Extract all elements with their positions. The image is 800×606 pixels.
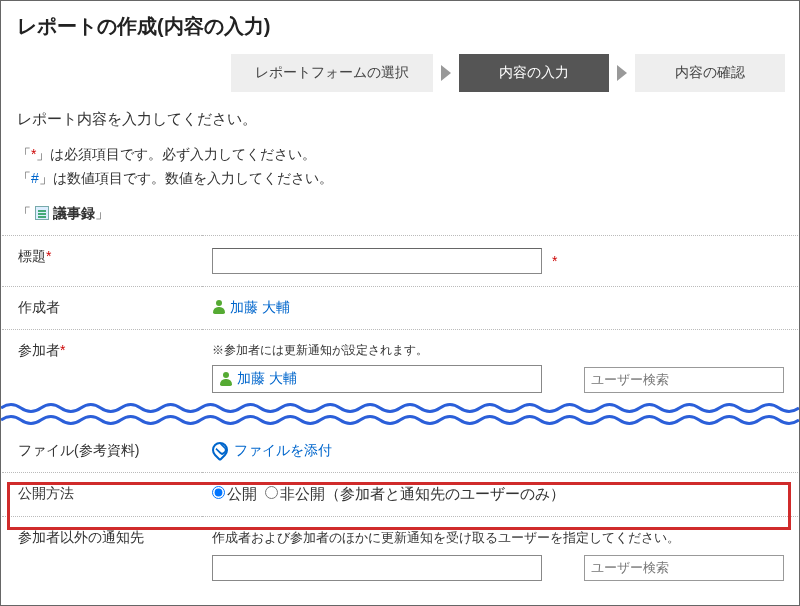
notify-targets-box[interactable] [212,555,542,581]
form-table-2: ファイル(参考資料) ファイルを添付 公開方法 公開 非公開（参加者と通知先のユ… [2,429,798,593]
publish-public-option[interactable]: 公開 [212,485,257,502]
label-file: ファイル(参考資料) [2,429,202,472]
chevron-right-icon [617,65,627,81]
form-type-row: 「議事録」 [1,191,799,227]
numeric-hint: 「#」は数値項目です。数値を入力してください。 [17,167,783,191]
step-select-form[interactable]: レポートフォームの選択 [231,54,433,92]
chevron-right-icon [441,65,451,81]
instruction-text: レポート内容を入力してください。 [1,102,799,133]
participants-note: ※参加者には更新通知が設定されます。 [212,342,788,359]
page-title: レポートの作成(内容の入力) [1,1,799,54]
row-file: ファイル(参考資料) ファイルを添付 [2,429,798,472]
numeric-hash: # [31,170,39,186]
label-participants: 参加者* [2,329,202,405]
participant-search-input[interactable] [584,367,784,393]
form-icon [35,206,49,220]
step-bar: レポートフォームの選択 内容の入力 内容の確認 [1,54,799,102]
row-notify: 参加者以外の通知先 作成者および参加者のほかに更新通知を受け取るユーザーを指定し… [2,516,798,593]
paperclip-icon [209,438,232,461]
content-omitted-divider [1,399,799,431]
field-hints: 「*」は必須項目です。必ず入力してください。 「#」は数値項目です。数値を入力し… [1,133,799,191]
creator-user-link[interactable]: 加藤 大輔 [230,299,290,315]
label-creator: 作成者 [2,286,202,329]
user-icon [212,300,226,314]
notify-help: 作成者および参加者のほかに更新通知を受け取るユーザーを指定してください。 [212,529,788,547]
form-type-name: 議事録 [53,205,95,221]
required-star: * [552,253,557,269]
publish-radio-group: 公開 非公開（参加者と通知先のユーザーのみ） [212,486,569,502]
row-participants: 参加者* ※参加者には更新通知が設定されます。 加藤 大輔 [2,329,798,405]
form-table: 標題* * 作成者 加藤 大輔 参加者* ※参加者には更新通知が設定されます。 … [2,235,798,405]
publish-private-radio[interactable] [265,486,278,499]
notify-search-input[interactable] [584,555,784,581]
step-confirm-content[interactable]: 内容の確認 [635,54,785,92]
label-publish: 公開方法 [2,472,202,516]
title-input[interactable] [212,248,542,274]
publish-private-option[interactable]: 非公開（参加者と通知先のユーザーのみ） [265,485,565,502]
row-publish: 公開方法 公開 非公開（参加者と通知先のユーザーのみ） [2,472,798,516]
page-container: レポートの作成(内容の入力) レポートフォームの選択 内容の入力 内容の確認 レ… [0,0,800,606]
participants-box[interactable]: 加藤 大輔 [212,365,542,393]
row-title: 標題* * [2,235,798,286]
step-input-content[interactable]: 内容の入力 [459,54,609,92]
label-notify: 参加者以外の通知先 [2,516,202,593]
label-title: 標題* [2,235,202,286]
required-hint: 「*」は必須項目です。必ず入力してください。 [17,143,783,167]
attach-file-link[interactable]: ファイルを添付 [234,442,332,458]
participant-user-link[interactable]: 加藤 大輔 [237,370,297,388]
publish-public-radio[interactable] [212,486,225,499]
user-icon [219,372,233,386]
row-creator: 作成者 加藤 大輔 [2,286,798,329]
